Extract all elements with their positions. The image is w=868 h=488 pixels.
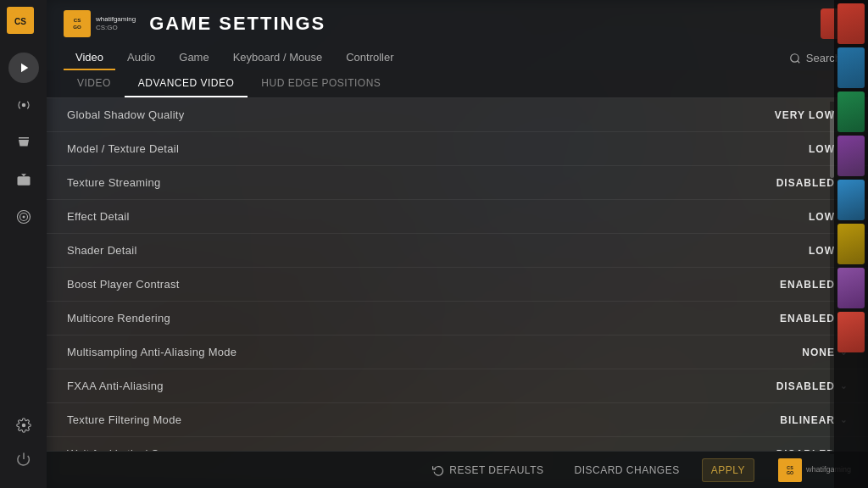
discard-label: DISCARD CHANGES [574,464,679,476]
header: CS GO whatifgaming CS:GO GAME SETTINGS V… [47,0,868,70]
avatar-8 [837,312,865,352]
sidebar-item-tv[interactable] [8,164,39,195]
sidebar-item-target[interactable] [8,202,39,232]
setting-label: Texture Filtering Mode [67,413,181,426]
reset-defaults-button[interactable]: RESET DEFAULTS [424,459,552,481]
svg-point-2 [21,103,25,108]
tab-video[interactable]: Video [64,46,115,70]
svg-text:CS: CS [74,17,81,23]
setting-label: Model / Texture Detail [67,142,179,155]
scrollbar-track[interactable] [830,102,834,454]
sidebar-item-store[interactable] [8,127,39,158]
page-title: GAME SETTINGS [149,13,821,35]
power-button[interactable] [8,444,39,474]
setting-value-text: DISABLED [776,380,835,392]
logo-icon-box: CS GO [64,10,91,37]
setting-value-text: ENABLED [780,279,835,291]
logo-text: whatifgaming CS:GO [96,15,136,31]
game-name: CS:GO [96,24,136,32]
setting-row: Multicore RenderingENABLED⌄ [47,302,868,336]
sidebar-item-signal[interactable] [8,90,39,120]
setting-label: FXAA Anti-Aliasing [67,380,164,392]
svg-line-12 [798,60,800,63]
discard-changes-button[interactable]: DISCARD CHANGES [565,459,687,481]
footer-logo-icon: CS GO [778,458,802,482]
setting-label: Effect Detail [67,210,130,223]
header-logo: CS GO whatifgaming CS:GO [64,10,136,37]
svg-text:GO: GO [73,24,81,30]
sidebar: CS [0,0,47,488]
avatar-1 [837,3,865,44]
svg-text:CS: CS [14,17,26,26]
setting-row: Global Shadow QualityVERY LOW⌄ [47,98,868,132]
svg-point-11 [791,53,798,61]
setting-row: Effect DetailLOW⌄ [47,200,868,234]
avatar-3 [837,92,865,132]
tab-keyboard-mouse[interactable]: Keyboard / Mouse [221,46,335,70]
avatar-7 [837,268,865,308]
apply-label: APPLY [711,464,745,476]
primary-tabs: Video Audio Game Keyboard / Mouse Contro… [64,46,851,70]
avatar-4 [837,136,865,176]
sidebar-item-settings[interactable] [8,410,39,441]
tab-video-secondary[interactable]: Video [64,70,125,97]
setting-label: Multicore Rendering [67,312,170,324]
setting-row: Model / Texture DetailLOW⌄ [47,132,868,166]
setting-value-text: BILINEAR [780,414,835,426]
setting-label: Shader Detail [67,244,137,257]
setting-value-text: ENABLED [780,313,835,324]
setting-row: Texture StreamingDISABLED⌄ [47,166,868,200]
setting-row: Multisampling Anti-Aliasing ModeNONE⌄ [47,336,868,369]
svg-text:GO: GO [787,470,793,475]
scrollbar-thumb[interactable] [830,110,834,178]
setting-row: Texture Filtering ModeBILINEAR⌄ [47,403,868,437]
setting-row: Boost Player ContrastENABLED⌄ [47,268,868,302]
sidebar-item-play[interactable] [8,53,39,83]
reset-label: RESET DEFAULTS [449,464,543,476]
tab-game[interactable]: Game [167,46,220,70]
svg-text:CS: CS [787,464,793,469]
svg-point-6 [22,216,25,219]
setting-label: Texture Streaming [67,176,161,189]
footer: RESET DEFAULTS DISCARD CHANGES APPLY CS … [47,451,868,488]
setting-value-text: VERY LOW [775,109,835,121]
right-panel [834,0,868,488]
setting-label: Global Shadow Quality [67,108,185,121]
setting-row: Wait for Vertical SyncDISABLED⌄ [47,437,868,451]
settings-list: Global Shadow QualityVERY LOW⌄Model / Te… [47,98,868,451]
secondary-tabs: Video Advanced Video HUD Edge Positions [47,70,868,98]
setting-row: Shader DetailLOW⌄ [47,234,868,268]
tab-advanced-video[interactable]: Advanced Video [125,70,248,97]
avatar-6 [837,224,865,264]
tab-controller[interactable]: Controller [334,46,405,70]
csgo-logo-icon: CS [7,7,34,34]
setting-label: Boost Player Contrast [67,278,180,291]
tab-hud-edge[interactable]: HUD Edge Positions [248,70,394,97]
setting-row: FXAA Anti-AliasingDISABLED⌄ [47,369,868,403]
setting-label: Multisampling Anti-Aliasing Mode [67,346,236,358]
sidebar-logo: CS [7,7,41,41]
apply-button[interactable]: APPLY [702,458,754,482]
brand-name: whatifgaming [96,15,136,24]
setting-value-text: DISABLED [776,177,835,189]
avatar-2 [837,47,865,88]
svg-rect-3 [17,176,30,186]
tab-audio[interactable]: Audio [115,46,167,70]
avatar-5 [837,180,865,220]
main-content: CS GO whatifgaming CS:GO GAME SETTINGS V… [47,0,868,488]
